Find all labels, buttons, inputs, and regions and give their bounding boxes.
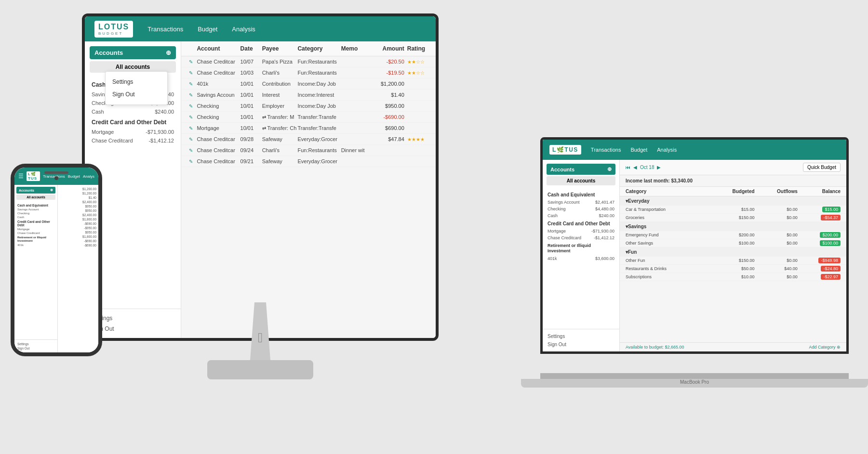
phone-amount: $1,800.00 [82, 234, 96, 239]
list-item[interactable]: Cash $240.00 [543, 212, 619, 219]
phone-amounts: $1,200.00 $1,200.00 $1.40 $2,400.00 $950… [58, 185, 98, 249]
laptop-nav-budget[interactable]: Budget [630, 147, 647, 153]
desktop-header: LOTUS BUDGET Transactions Budget Analysi… [85, 16, 436, 41]
budget-row[interactable]: Subscriptions $10.00 $0.00 -$22.97 [620, 273, 846, 281]
phone-logo-text: L🌿TUS [28, 172, 39, 181]
table-row[interactable]: ✎ Chase Creditcar 09/24 Charli's Fun:Res… [181, 145, 436, 156]
phone-body: ☰ L🌿TUS Transactions Budget Analys Accou… [11, 164, 102, 356]
table-row[interactable]: ✎ Chase Creditcar 10/07 Papa's Pizza Fun… [181, 56, 436, 67]
phone-amount: $950.00 [85, 204, 97, 208]
balance-badge: $100.00 [820, 240, 841, 246]
laptop-sidebar: Accounts ⊕ All accounts Cash and Equival… [543, 160, 620, 351]
phone-amount: $2,400.00 [82, 200, 96, 204]
phone-amount: $2,400.00 [82, 213, 96, 217]
phone-cash-section: Cash and Equivalent [14, 203, 57, 208]
list-item[interactable]: Mortgage [14, 227, 57, 231]
laptop-screen: L🌿TUS Transactions Budget Analysis Accou… [540, 137, 849, 354]
apple-logo-icon:  [258, 330, 263, 346]
budget-section-fun: ▾ Fun [620, 247, 846, 257]
laptop-signout-link[interactable]: Sign Out [548, 340, 614, 349]
budget-row[interactable]: Emergency Fund $200.00 $0.00 $200.00 [620, 231, 846, 239]
desktop-debt-section: Credit Card and Other Debt [85, 116, 181, 128]
laptop-app: L🌿TUS Transactions Budget Analysis Accou… [543, 140, 846, 351]
add-category-button[interactable]: Add Category ⊕ [809, 345, 841, 350]
budget-section-savings: ▾ Savings [620, 222, 846, 231]
table-row[interactable]: ✎ Checking 10/01 Employer Income:Day Job… [181, 101, 436, 112]
budget-row[interactable]: Restaurants & Drinks $50.00 $40.00 -$24.… [620, 265, 846, 273]
list-item[interactable]: Cash [14, 215, 57, 219]
laptop-model-label: MacBook Pro [680, 379, 709, 385]
income-bar: Income last month: $3,340.00 [620, 175, 846, 187]
phone-amount: $1.40 [89, 195, 96, 200]
list-item[interactable]: Mortgage -$71,930.00 [85, 128, 181, 136]
list-item[interactable]: Checking $4,480.00 [543, 206, 619, 212]
phone-amount: $1,800.00 [82, 217, 96, 221]
dropdown-menu: Settings Sign Out [105, 71, 168, 105]
col-date-header: Date [240, 45, 262, 52]
laptop-cash-section: Cash and Equivalent [543, 190, 619, 199]
table-row[interactable]: ✎ Chase Creditcar 09/21 Safeway Everyday… [181, 156, 436, 167]
dropdown-settings[interactable]: Settings [106, 76, 167, 88]
laptop-settings-link[interactable]: Settings [548, 332, 614, 340]
phone-accounts-button[interactable]: Accounts ⊕ [16, 187, 55, 194]
phone-sidebar: Accounts ⊕ All accounts Cash and Equival… [14, 185, 58, 352]
laptop-main: ⏮ ◀ Oct 18 ▶ Quick Budget Income last mo… [620, 160, 846, 351]
desktop-nav-budget[interactable]: Budget [198, 26, 217, 33]
list-item[interactable]: Mortgage -$71,930.00 [543, 228, 619, 234]
quick-budget-button[interactable]: Quick Budget [803, 163, 841, 172]
prev-icon[interactable]: ◀ [633, 165, 637, 170]
laptop-nav-transactions[interactable]: Transactions [591, 147, 621, 153]
table-row[interactable]: ✎ Savings Accoun 10/01 Interest Income:I… [181, 90, 436, 101]
prev-period-icon[interactable]: ⏮ [626, 165, 630, 170]
phone-nav-analysis[interactable]: Analys [83, 174, 94, 179]
list-item[interactable]: Savings Account $2,401.47 [543, 199, 619, 206]
list-item[interactable]: Savings Account [14, 208, 57, 211]
table-header: Account Date Payee Category Memo Amount … [181, 41, 436, 56]
phone-signout-link[interactable]: Sign Out [17, 346, 54, 350]
hamburger-icon[interactable]: ☰ [18, 173, 24, 180]
table-row[interactable]: ✎ 401k 10/01 Contribution Income:Day Job… [181, 78, 436, 90]
laptop-accounts-button[interactable]: Accounts ⊕ [547, 164, 615, 175]
budget-row[interactable]: Other Savings $100.00 $0.00 $100.00 [620, 239, 846, 247]
budget-row[interactable]: Other Fun $150.00 $0.00 -$949.98 [620, 257, 846, 265]
phone-app: ☰ L🌿TUS Transactions Budget Analys Accou… [14, 168, 98, 352]
laptop-nav-analysis[interactable]: Analysis [657, 147, 677, 153]
balance-badge: -$949.98 [818, 258, 841, 263]
phone-all-accounts[interactable]: All accounts [16, 195, 55, 200]
list-item[interactable]: Cash $240.00 [85, 107, 181, 116]
phone-retirement-section: Retirement or Illiquid Investment [14, 235, 57, 243]
list-item[interactable]: Chase Creditcard [14, 231, 57, 235]
list-item[interactable]: 401k [14, 243, 57, 247]
desktop-accounts-button[interactable]: Accounts ⊕ [90, 46, 176, 59]
list-item[interactable]: Chase Creditcard -$1,412.12 [85, 136, 181, 145]
desktop-nav-analysis[interactable]: Analysis [232, 26, 255, 33]
phone-nav-budget[interactable]: Budget [68, 174, 80, 179]
plus-icon: ⊕ [837, 345, 841, 350]
table-row[interactable]: ✎ Checking 10/01 ⇄ Transfer: M Transfer:… [181, 112, 436, 123]
laptop-device: L🌿TUS Transactions Budget Analysis Accou… [521, 137, 868, 407]
laptop-logo-text: L🌿TUS [552, 146, 578, 153]
phone-nav-transactions[interactable]: Transactions [43, 174, 65, 179]
col-payee-header: Payee [262, 45, 298, 52]
desktop-app: LOTUS BUDGET Transactions Budget Analysi… [85, 16, 436, 338]
table-row[interactable]: ✎ Chase Creditcar 10/03 Charli's Fun:Res… [181, 67, 436, 78]
phone-amount: $950.00 [85, 208, 97, 213]
list-item[interactable]: 401k $3,600.00 [543, 255, 619, 262]
phone-amount: -$690.00 [84, 221, 96, 226]
phone-speaker [44, 171, 68, 174]
laptop-sidebar-bottom: Settings Sign Out [543, 329, 619, 351]
next-icon[interactable]: ▶ [657, 165, 661, 170]
table-row[interactable]: ✎ Chase Creditcar 09/28 Safeway Everyday… [181, 134, 436, 145]
budget-row[interactable]: Groceries $150.00 $0.00 -$54.37 [620, 214, 846, 222]
table-row[interactable]: ✎ Mortgage 10/01 ⇄ Transfer: Ch Transfer… [181, 123, 436, 134]
col-rating-header: Rating [404, 45, 428, 52]
logo-text: LOTUS [98, 23, 129, 31]
laptop-all-accounts[interactable]: All accounts [547, 176, 615, 185]
phone-camera-icon [54, 176, 58, 180]
budget-row[interactable]: Car & Transportation $15.00 $0.00 $15.00 [620, 206, 846, 214]
desktop-nav-transactions[interactable]: Transactions [147, 26, 183, 33]
list-item[interactable]: Checking [14, 211, 57, 215]
dropdown-signout[interactable]: Sign Out [106, 88, 167, 101]
list-item[interactable]: Chase Creditcard -$1,412.12 [543, 234, 619, 241]
phone-settings-link[interactable]: Settings [17, 342, 54, 346]
